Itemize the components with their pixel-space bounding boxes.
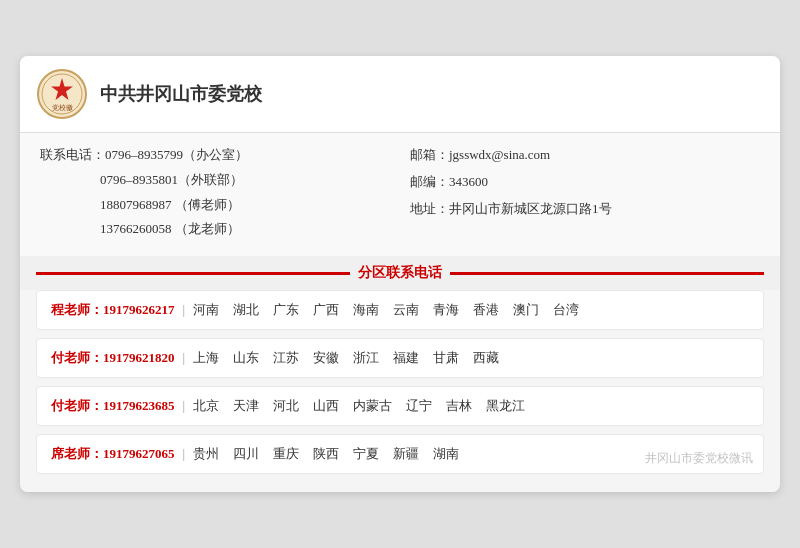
section-title: 分区联系电话 xyxy=(358,264,442,282)
region-item: 四川 xyxy=(233,445,259,463)
region-item: 广东 xyxy=(273,301,299,319)
email-label: 邮箱： xyxy=(410,145,449,166)
phone-value-4: 13766260058 （龙老师） xyxy=(100,221,240,236)
region-item: 海南 xyxy=(353,301,379,319)
teacher-name: 程老师： xyxy=(51,301,103,319)
region-item: 黑龙江 xyxy=(486,397,525,415)
district-item: 付老师：19179623685|北京天津河北山西内蒙古辽宁吉林黑龙江 xyxy=(36,386,764,426)
region-item: 湖北 xyxy=(233,301,259,319)
region-item: 江苏 xyxy=(273,349,299,367)
postcode-value: 343600 xyxy=(449,172,488,193)
region-item: 云南 xyxy=(393,301,419,319)
divider: | xyxy=(183,398,186,414)
email-row: 邮箱： jgsswdx@sina.com xyxy=(410,145,760,166)
phone-value-2: 0796–8935801（外联部） xyxy=(100,172,243,187)
phone-number: 19179626217 xyxy=(103,302,175,318)
phone-row-4: 13766260058 （龙老师） xyxy=(40,219,390,240)
region-item: 内蒙古 xyxy=(353,397,392,415)
region-item: 辽宁 xyxy=(406,397,432,415)
divider: | xyxy=(183,446,186,462)
region-list: 上海山东江苏安徽浙江福建甘肃西藏 xyxy=(193,349,499,367)
section-header: 分区联系电话 xyxy=(20,256,780,290)
region-item: 北京 xyxy=(193,397,219,415)
address-row: 地址： 井冈山市新城区龙源口路1号 xyxy=(410,199,760,220)
region-item: 澳门 xyxy=(513,301,539,319)
region-item: 青海 xyxy=(433,301,459,319)
district-list: 程老师：19179626217|河南湖北广东广西海南云南青海香港澳门台湾付老师：… xyxy=(20,290,780,492)
teacher-name: 付老师： xyxy=(51,397,103,415)
contact-left: 联系电话： 0796–8935799（办公室） 0796–8935801（外联部… xyxy=(40,145,390,244)
email-value: jgsswdx@sina.com xyxy=(449,145,550,166)
region-list: 北京天津河北山西内蒙古辽宁吉林黑龙江 xyxy=(193,397,525,415)
region-item: 吉林 xyxy=(446,397,472,415)
region-item: 河南 xyxy=(193,301,219,319)
contact-right: 邮箱： jgsswdx@sina.com 邮编： 343600 地址： 井冈山市… xyxy=(390,145,760,244)
region-item: 河北 xyxy=(273,397,299,415)
contact-section: 联系电话： 0796–8935799（办公室） 0796–8935801（外联部… xyxy=(20,133,780,256)
watermark: 井冈山市委党校微讯 xyxy=(645,450,753,467)
postcode-label: 邮编： xyxy=(410,172,449,193)
phone-number: 19179621820 xyxy=(103,350,175,366)
divider: | xyxy=(183,350,186,366)
postcode-row: 邮编： 343600 xyxy=(410,172,760,193)
org-logo: 党校徽 xyxy=(36,68,88,120)
svg-text:党校徽: 党校徽 xyxy=(52,104,73,112)
region-item: 新疆 xyxy=(393,445,419,463)
region-list: 河南湖北广东广西海南云南青海香港澳门台湾 xyxy=(193,301,579,319)
region-item: 陕西 xyxy=(313,445,339,463)
main-card: 党校徽 中共井冈山市委党校 联系电话： 0796–8935799（办公室） 07… xyxy=(20,56,780,492)
phone-value-3: 18807968987 （傅老师） xyxy=(100,197,240,212)
region-item: 台湾 xyxy=(553,301,579,319)
address-label: 地址： xyxy=(410,199,449,220)
region-item: 宁夏 xyxy=(353,445,379,463)
district-item: 付老师：19179621820|上海山东江苏安徽浙江福建甘肃西藏 xyxy=(36,338,764,378)
region-item: 天津 xyxy=(233,397,259,415)
phone-value-1: 0796–8935799（办公室） xyxy=(105,145,248,166)
region-item: 贵州 xyxy=(193,445,219,463)
region-item: 广西 xyxy=(313,301,339,319)
region-item: 香港 xyxy=(473,301,499,319)
region-item: 西藏 xyxy=(473,349,499,367)
phone-row-1: 联系电话： 0796–8935799（办公室） xyxy=(40,145,390,166)
left-red-line xyxy=(36,272,350,275)
region-item: 浙江 xyxy=(353,349,379,367)
phone-row-2: 0796–8935801（外联部） xyxy=(40,170,390,191)
region-item: 湖南 xyxy=(433,445,459,463)
region-list: 贵州四川重庆陕西宁夏新疆湖南 xyxy=(193,445,459,463)
address-value: 井冈山市新城区龙源口路1号 xyxy=(449,199,612,220)
header: 党校徽 中共井冈山市委党校 xyxy=(20,56,780,133)
phone-number: 19179623685 xyxy=(103,398,175,414)
phone-label: 联系电话： xyxy=(40,145,105,166)
teacher-name: 付老师： xyxy=(51,349,103,367)
region-item: 甘肃 xyxy=(433,349,459,367)
region-item: 上海 xyxy=(193,349,219,367)
phone-row-3: 18807968987 （傅老师） xyxy=(40,195,390,216)
teacher-name: 席老师： xyxy=(51,445,103,463)
phone-number: 19179627065 xyxy=(103,446,175,462)
region-item: 福建 xyxy=(393,349,419,367)
divider: | xyxy=(183,302,186,318)
district-item: 席老师：19179627065|贵州四川重庆陕西宁夏新疆湖南井冈山市委党校微讯 xyxy=(36,434,764,474)
org-title: 中共井冈山市委党校 xyxy=(100,82,262,106)
right-red-line xyxy=(450,272,764,275)
region-item: 山东 xyxy=(233,349,259,367)
region-item: 安徽 xyxy=(313,349,339,367)
district-item: 程老师：19179626217|河南湖北广东广西海南云南青海香港澳门台湾 xyxy=(36,290,764,330)
region-item: 山西 xyxy=(313,397,339,415)
region-item: 重庆 xyxy=(273,445,299,463)
